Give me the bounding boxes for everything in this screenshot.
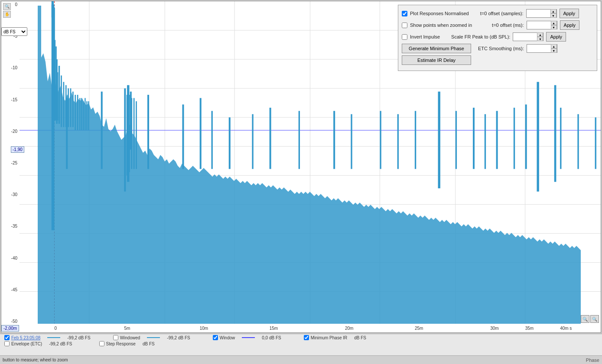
legend-minphase-checkbox[interactable] <box>304 335 309 340</box>
legend-value-windowed: -99,2 dB FS <box>167 335 190 340</box>
invert-impulse-checkbox[interactable] <box>402 34 407 40</box>
zoom-controls[interactable]: 🔍 🔍 <box>581 315 599 323</box>
svg-rect-61 <box>212 111 213 169</box>
scale-fr-down[interactable]: ▼ <box>537 37 543 41</box>
svg-rect-55 <box>554 85 556 182</box>
etc-input-wrapper: 0 ▲ ▼ <box>527 44 557 53</box>
show-points-label: Show points when zoomed in <box>410 23 472 28</box>
t0-samples-down[interactable]: ▼ <box>550 13 556 18</box>
etc-up[interactable]: ▲ <box>551 44 557 48</box>
svg-rect-49 <box>333 111 335 169</box>
zoom-out-btn[interactable]: 🔍 <box>590 315 599 323</box>
t0-samples-label: t=0 offset (samples): <box>480 11 524 16</box>
svg-rect-65 <box>380 111 381 169</box>
gen-min-phase-btn[interactable]: Generate Minimum Phase <box>402 44 471 53</box>
svg-rect-60 <box>200 98 202 169</box>
y-readout: -1,90 <box>11 146 24 153</box>
apply-t0-ms-btn[interactable]: Apply <box>560 20 580 30</box>
svg-rect-52 <box>473 108 475 169</box>
y-label-5: -25 <box>2 161 19 165</box>
etc-down[interactable]: ▼ <box>551 48 557 53</box>
status-text: button to measure; wheel to zoom <box>3 358 68 362</box>
legend-value-step: dB FS <box>143 341 155 346</box>
apply-t0-samples-btn[interactable]: Apply <box>560 9 579 18</box>
legend-value-window: 0,0 dB FS <box>262 335 281 340</box>
svg-rect-67 <box>415 111 416 169</box>
estimate-ir-btn[interactable]: Estimate IR Delay <box>402 55 471 65</box>
show-points-checkbox[interactable] <box>402 23 407 28</box>
legend-step-label: Step Response <box>106 341 136 346</box>
legend-item-measurement: Feb 5 23:05:08 <box>4 335 40 340</box>
svg-rect-50 <box>438 92 440 189</box>
x-label-30m: 30m <box>490 326 498 331</box>
pan-icon[interactable]: ✋ <box>3 11 11 18</box>
plot-area: 🔍 ✋ dB FS Linear dB SPL 0 -5 -10 -15 -20… <box>1 1 601 333</box>
svg-rect-63 <box>299 111 300 169</box>
t0-ms-spinners: ▲ ▼ <box>551 21 557 29</box>
svg-rect-44 <box>52 4 55 230</box>
svg-rect-45 <box>127 85 129 182</box>
legend-windowed-checkbox[interactable] <box>113 335 118 340</box>
etc-smoothing-label: ETC Smoothing (ms): <box>478 46 524 51</box>
legend-date[interactable]: Feb 5 23:05:08 <box>11 335 40 340</box>
row-invert: Invert Impulse Scale FR Peak to (dB SPL)… <box>402 32 593 42</box>
legend-measurement-checkbox[interactable] <box>4 335 10 340</box>
svg-rect-72 <box>577 114 579 169</box>
plot-normalised-checkbox[interactable] <box>402 11 407 16</box>
legend-window-checkbox[interactable] <box>213 335 218 340</box>
svg-rect-54 <box>525 104 527 169</box>
etc-input[interactable]: 0 <box>527 45 551 52</box>
dbfs-dropdown-container: dB FS Linear dB SPL <box>1 27 27 36</box>
y-label-10: -50 <box>2 319 19 324</box>
zoom-icon[interactable]: 🔍 <box>3 3 11 10</box>
x-label-25m: 25m <box>415 326 423 331</box>
y-label-2: -10 <box>2 65 19 70</box>
svg-rect-48 <box>270 108 271 169</box>
scale-fr-input[interactable]: 100,0 <box>513 33 537 41</box>
y-axis: 0 -5 -10 -15 -20 -25 -30 -35 -40 -45 -50 <box>1 1 20 332</box>
zoom-in-btn[interactable]: 🔍 <box>581 315 589 323</box>
x-label-10m: 10m <box>200 326 208 331</box>
t0-ms-input[interactable]: 0,000 <box>527 21 551 29</box>
svg-rect-59 <box>182 104 184 169</box>
apply-scale-fr-btn[interactable]: Apply <box>546 32 566 42</box>
x-label-5m: 5m <box>124 326 130 331</box>
legend-row-2: Envelope (ETC) -99,2 dB FS Step Response… <box>4 341 598 346</box>
legend-line-measurement <box>47 337 60 338</box>
invert-impulse-label: Invert Impulse <box>410 34 440 39</box>
t0-ms-down[interactable]: ▼ <box>551 25 557 29</box>
dbfs-select[interactable]: dB FS Linear dB SPL <box>1 27 27 36</box>
t0-ms-up[interactable]: ▲ <box>551 21 557 25</box>
legend-envelope-checkbox[interactable] <box>4 341 10 346</box>
row-show-points: Show points when zoomed in t=0 offset (m… <box>402 20 593 30</box>
y-label-9: -45 <box>2 287 19 292</box>
plot-normalised-label: Plot Responses Normalised <box>410 11 469 16</box>
main-container: 🔍 ✋ dB FS Linear dB SPL 0 -5 -10 -15 -20… <box>0 0 602 364</box>
legend-value-minphase: dB FS <box>354 335 366 340</box>
legend-step-checkbox[interactable] <box>99 341 104 346</box>
etc-spinners: ▲ ▼ <box>551 44 557 53</box>
legend-envelope-label: Envelope (ETC) <box>11 341 42 346</box>
x-label-0: 0 <box>54 326 57 331</box>
legend-value-measurement: -99,2 dB FS <box>67 335 90 340</box>
row-normalised: Plot Responses Normalised t=0 offset (sa… <box>402 9 593 18</box>
t0-ms-input-wrapper: 0,000 ▲ ▼ <box>527 21 557 29</box>
t0-samples-up[interactable]: ▲ <box>550 9 556 13</box>
legend-value-envelope: -99,2 dB FS <box>49 341 72 346</box>
svg-rect-46 <box>130 92 132 150</box>
t0-samples-spinners: ▲ ▼ <box>550 9 556 18</box>
toolbar-icons: 🔍 ✋ <box>3 3 11 18</box>
legend-item-minphase: Minimum Phase IR <box>304 335 347 340</box>
status-bar: button to measure; wheel to zoom Phase <box>0 355 602 364</box>
x-label-15m: 15m <box>270 326 278 331</box>
legend-line-window <box>242 337 255 338</box>
row-estimate-ir: Estimate IR Delay <box>402 55 593 65</box>
t0-samples-input-wrapper: 0 ▲ ▼ <box>526 9 557 18</box>
y-label-6: -30 <box>2 192 19 197</box>
scale-fr-up[interactable]: ▲ <box>537 32 543 37</box>
svg-rect-53 <box>496 111 498 169</box>
svg-rect-51 <box>537 82 539 191</box>
settings-panel: Plot Responses Normalised t=0 offset (sa… <box>398 5 597 71</box>
svg-rect-56 <box>66 98 68 169</box>
t0-samples-input[interactable]: 0 <box>527 10 550 17</box>
